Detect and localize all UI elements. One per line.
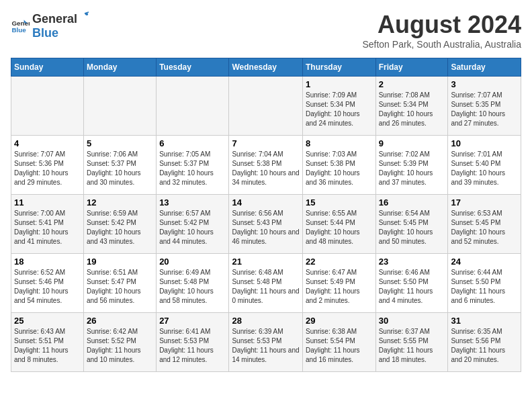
table-row: 5Sunrise: 7:06 AM Sunset: 5:37 PM Daylig… [84, 136, 157, 195]
calendar-table: Sunday Monday Tuesday Wednesday Thursday… [11, 58, 521, 372]
table-row: 23Sunrise: 6:46 AM Sunset: 5:50 PM Dayli… [375, 254, 448, 313]
day-detail: Sunrise: 6:46 AM Sunset: 5:50 PM Dayligh… [379, 268, 445, 306]
day-number: 23 [379, 257, 445, 267]
logo-general-text: General [32, 12, 77, 26]
day-detail: Sunrise: 7:07 AM Sunset: 5:36 PM Dayligh… [14, 150, 81, 187]
day-detail: Sunrise: 7:08 AM Sunset: 5:34 PM Dayligh… [379, 91, 445, 128]
day-detail: Sunrise: 6:42 AM Sunset: 5:52 PM Dayligh… [87, 327, 153, 365]
day-number: 17 [451, 197, 518, 208]
header-tuesday: Tuesday [157, 58, 229, 77]
day-number: 29 [306, 316, 373, 326]
day-number: 3 [451, 79, 518, 89]
table-row: 18Sunrise: 6:52 AM Sunset: 5:46 PM Dayli… [11, 254, 84, 313]
table-row: 15Sunrise: 6:55 AM Sunset: 5:44 PM Dayli… [302, 195, 375, 254]
day-detail: Sunrise: 7:09 AM Sunset: 5:34 PM Dayligh… [306, 91, 373, 128]
logo-bird-icon [78, 11, 90, 23]
calendar-header-row: Sunday Monday Tuesday Wednesday Thursday… [11, 58, 521, 77]
table-row [11, 77, 84, 136]
table-row: 26Sunrise: 6:42 AM Sunset: 5:52 PM Dayli… [84, 313, 157, 372]
table-row: 8Sunrise: 7:03 AM Sunset: 5:38 PM Daylig… [302, 136, 375, 195]
calendar-week-row: 11Sunrise: 7:00 AM Sunset: 5:41 PM Dayli… [11, 195, 521, 254]
table-row: 1Sunrise: 7:09 AM Sunset: 5:34 PM Daylig… [302, 77, 375, 136]
table-row: 21Sunrise: 6:48 AM Sunset: 5:48 PM Dayli… [229, 254, 303, 313]
table-row: 3Sunrise: 7:07 AM Sunset: 5:35 PM Daylig… [448, 77, 521, 136]
day-detail: Sunrise: 6:48 AM Sunset: 5:48 PM Dayligh… [232, 268, 300, 306]
day-detail: Sunrise: 7:06 AM Sunset: 5:37 PM Dayligh… [87, 150, 153, 187]
day-number: 24 [451, 257, 518, 267]
day-number: 10 [451, 138, 518, 148]
table-row: 25Sunrise: 6:43 AM Sunset: 5:51 PM Dayli… [11, 313, 84, 372]
calendar-week-row: 18Sunrise: 6:52 AM Sunset: 5:46 PM Dayli… [11, 254, 521, 313]
table-row: 7Sunrise: 7:04 AM Sunset: 5:38 PM Daylig… [229, 136, 303, 195]
day-detail: Sunrise: 6:57 AM Sunset: 5:42 PM Dayligh… [159, 209, 226, 246]
table-row: 2Sunrise: 7:08 AM Sunset: 5:34 PM Daylig… [375, 77, 448, 136]
day-detail: Sunrise: 6:55 AM Sunset: 5:44 PM Dayligh… [306, 209, 373, 246]
day-number: 2 [379, 79, 445, 89]
table-row: 11Sunrise: 7:00 AM Sunset: 5:41 PM Dayli… [11, 195, 84, 254]
day-detail: Sunrise: 6:54 AM Sunset: 5:45 PM Dayligh… [379, 209, 445, 246]
day-number: 4 [14, 138, 81, 148]
table-row: 4Sunrise: 7:07 AM Sunset: 5:36 PM Daylig… [11, 136, 84, 195]
table-row: 28Sunrise: 6:39 AM Sunset: 5:53 PM Dayli… [229, 313, 303, 372]
table-row: 24Sunrise: 6:44 AM Sunset: 5:50 PM Dayli… [448, 254, 521, 313]
month-year-title: August 2024 [362, 11, 521, 39]
day-detail: Sunrise: 6:38 AM Sunset: 5:54 PM Dayligh… [306, 327, 373, 365]
day-number: 9 [379, 138, 445, 148]
table-row: 9Sunrise: 7:02 AM Sunset: 5:39 PM Daylig… [375, 136, 448, 195]
day-number: 21 [232, 257, 300, 267]
day-number: 8 [306, 138, 373, 148]
day-number: 14 [232, 197, 300, 208]
day-number: 16 [379, 197, 445, 208]
calendar-week-row: 1Sunrise: 7:09 AM Sunset: 5:34 PM Daylig… [11, 77, 521, 136]
table-row [157, 77, 229, 136]
day-detail: Sunrise: 6:52 AM Sunset: 5:46 PM Dayligh… [14, 268, 81, 306]
header-thursday: Thursday [302, 58, 375, 77]
day-detail: Sunrise: 6:59 AM Sunset: 5:42 PM Dayligh… [87, 209, 153, 246]
table-row: 12Sunrise: 6:59 AM Sunset: 5:42 PM Dayli… [84, 195, 157, 254]
day-detail: Sunrise: 7:02 AM Sunset: 5:39 PM Dayligh… [379, 150, 445, 187]
table-row: 31Sunrise: 6:35 AM Sunset: 5:56 PM Dayli… [448, 313, 521, 372]
header-wednesday: Wednesday [229, 58, 303, 77]
day-detail: Sunrise: 6:51 AM Sunset: 5:47 PM Dayligh… [87, 268, 153, 306]
table-row [84, 77, 157, 136]
day-detail: Sunrise: 6:43 AM Sunset: 5:51 PM Dayligh… [14, 327, 81, 365]
day-number: 18 [14, 257, 81, 267]
day-detail: Sunrise: 7:03 AM Sunset: 5:38 PM Dayligh… [306, 150, 373, 187]
day-detail: Sunrise: 6:41 AM Sunset: 5:53 PM Dayligh… [159, 327, 226, 365]
day-number: 27 [159, 316, 226, 326]
day-number: 30 [379, 316, 445, 326]
table-row: 13Sunrise: 6:57 AM Sunset: 5:42 PM Dayli… [157, 195, 229, 254]
day-number: 19 [87, 257, 153, 267]
header-saturday: Saturday [448, 58, 521, 77]
table-row: 6Sunrise: 7:05 AM Sunset: 5:37 PM Daylig… [157, 136, 229, 195]
svg-text:Blue: Blue [11, 26, 26, 34]
day-number: 26 [87, 316, 153, 326]
table-row: 29Sunrise: 6:38 AM Sunset: 5:54 PM Dayli… [302, 313, 375, 372]
day-number: 7 [232, 138, 300, 148]
day-detail: Sunrise: 6:49 AM Sunset: 5:48 PM Dayligh… [159, 268, 226, 306]
header-sunday: Sunday [11, 58, 84, 77]
title-block: August 2024 Sefton Park, South Australia… [362, 11, 521, 50]
table-row [229, 77, 303, 136]
table-row: 22Sunrise: 6:47 AM Sunset: 5:49 PM Dayli… [302, 254, 375, 313]
logo-blue-text: Blue [32, 26, 91, 40]
table-row: 19Sunrise: 6:51 AM Sunset: 5:47 PM Dayli… [84, 254, 157, 313]
page-header: General Blue General Blue August 2024 Se… [11, 11, 521, 50]
day-number: 1 [306, 79, 373, 89]
logo: General Blue General Blue [11, 11, 91, 40]
table-row: 14Sunrise: 6:56 AM Sunset: 5:43 PM Dayli… [229, 195, 303, 254]
day-detail: Sunrise: 6:56 AM Sunset: 5:43 PM Dayligh… [232, 209, 300, 246]
day-detail: Sunrise: 7:05 AM Sunset: 5:37 PM Dayligh… [159, 150, 226, 187]
header-friday: Friday [375, 58, 448, 77]
day-detail: Sunrise: 7:00 AM Sunset: 5:41 PM Dayligh… [14, 209, 81, 246]
day-number: 22 [306, 257, 373, 267]
location-subtitle: Sefton Park, South Australia, Australia [362, 39, 521, 50]
day-number: 20 [159, 257, 226, 267]
day-number: 5 [87, 138, 153, 148]
day-detail: Sunrise: 7:07 AM Sunset: 5:35 PM Dayligh… [451, 91, 518, 128]
day-detail: Sunrise: 7:04 AM Sunset: 5:38 PM Dayligh… [232, 150, 300, 187]
header-monday: Monday [84, 58, 157, 77]
table-row: 20Sunrise: 6:49 AM Sunset: 5:48 PM Dayli… [157, 254, 229, 313]
logo-icon: General Blue [11, 16, 30, 35]
table-row: 27Sunrise: 6:41 AM Sunset: 5:53 PM Dayli… [157, 313, 229, 372]
